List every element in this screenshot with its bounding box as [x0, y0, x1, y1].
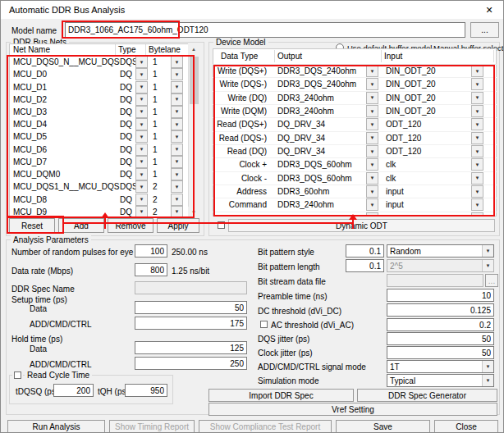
chevron-down-icon[interactable]: ▼ [366, 92, 378, 104]
net-table-row[interactable]: MCU_D3 DQ ▼ 1 ▼ [9, 106, 188, 118]
chevron-down-icon[interactable]: ▼ [471, 78, 483, 90]
chevron-down-icon[interactable]: ▼ [366, 65, 378, 77]
dc-threshold-input[interactable] [387, 303, 494, 317]
read-cycle-time-label[interactable]: Read Cycle Time [25, 371, 92, 380]
tdqsq-input[interactable] [53, 384, 94, 397]
chevron-down-icon[interactable]: ▼ [135, 68, 148, 80]
net-table-row[interactable]: MCU_D6 DQ ▼ 1 ▼ [9, 144, 188, 156]
chevron-down-icon[interactable]: ▼ [135, 194, 148, 206]
dynamic-odt-bar[interactable]: Dynamic ODT [228, 219, 495, 232]
chevron-down-icon[interactable]: ▼ [471, 65, 483, 77]
chevron-down-icon[interactable]: ▼ [171, 106, 183, 118]
chevron-down-icon[interactable]: ▼ [471, 158, 483, 171]
device-table-row[interactable]: Write (DQS-) DDR3_DQS_240ohm ▼ DIN_ODT_2… [213, 78, 497, 91]
bit-pattern-length-input[interactable] [346, 259, 384, 272]
pulses-input[interactable] [135, 244, 167, 258]
device-table-row[interactable]: Write (DQ) DDR3_240ohm ▼ DIN_ODT_20 ▼ [213, 92, 497, 105]
device-table-row[interactable]: Clock + DDR3_DQS_60ohm ▼ clk ▼ [213, 158, 497, 171]
dqs-jitter-input[interactable] [387, 332, 494, 345]
chevron-down-icon[interactable]: ▼ [366, 158, 378, 171]
net-table-row[interactable]: MCU_D8 DQ ▼ 2 ▼ [9, 193, 188, 205]
chevron-down-icon[interactable]: ▼ [471, 92, 483, 104]
add-button[interactable]: Add [58, 218, 104, 233]
device-table-row[interactable]: Write (DQS+) DDR3_DQS_240ohm ▼ DIN_ODT_2… [213, 65, 497, 78]
chevron-down-icon[interactable]: ▼ [171, 156, 183, 168]
device-table-row[interactable]: Read (DQS+) DQ_DRV_34 ▼ ODT_120 ▼ [213, 118, 497, 131]
net-table-row[interactable]: MCU_D0 DQ ▼ 1 ▼ [9, 68, 188, 80]
chevron-down-icon[interactable]: ▼ [135, 206, 148, 218]
device-table-row[interactable]: Command DDR3_240ohm ▼ input ▼ [213, 198, 497, 212]
chevron-down-icon[interactable]: ▼ [366, 78, 378, 90]
hold-data-input[interactable] [135, 341, 247, 354]
chevron-down-icon[interactable]: ▼ [171, 130, 183, 143]
bit-pattern-style-select[interactable]: Random ▼ [387, 244, 494, 258]
device-table-row[interactable]: Address DDR3_60ohm ▼ input ▼ [213, 185, 497, 198]
device-table-row[interactable]: Clock - DDR3_DQS_60ohm ▼ clk ▼ [213, 172, 497, 185]
chevron-down-icon[interactable]: ▼ [471, 105, 483, 117]
chevron-down-icon[interactable]: ▼ [135, 56, 148, 68]
scroll-down-icon[interactable]: ▼ [188, 207, 199, 218]
chevron-down-icon[interactable]: ▼ [171, 144, 183, 156]
device-table-row[interactable]: Control DDR3_240ohm ▼ input ▼ [213, 212, 497, 216]
chevron-down-icon[interactable]: ▼ [471, 132, 483, 144]
setup-data-input[interactable] [135, 301, 247, 314]
net-table-row[interactable]: MCU_D1 DQ ▼ 1 ▼ [9, 80, 188, 93]
ddr-spec-generator-button[interactable]: DDR Spec Generator [357, 389, 497, 402]
ac-threshold-checkbox[interactable] [260, 321, 268, 328]
chevron-down-icon[interactable]: ▼ [135, 93, 148, 106]
chevron-down-icon[interactable]: ▼ [471, 212, 483, 216]
chevron-down-icon[interactable]: ▼ [482, 375, 493, 386]
chevron-down-icon[interactable]: ▼ [135, 130, 148, 143]
chevron-down-icon[interactable]: ▼ [171, 194, 183, 206]
preamble-input[interactable] [387, 289, 494, 302]
net-table-row[interactable]: MCU_D9 DQ ▼ 2 ▼ [9, 206, 188, 218]
chevron-down-icon[interactable]: ▼ [366, 145, 378, 157]
chevron-down-icon[interactable]: ▼ [135, 106, 148, 118]
data-rate-input[interactable] [135, 263, 167, 276]
chevron-down-icon[interactable]: ▼ [171, 68, 183, 80]
chevron-down-icon[interactable]: ▼ [135, 118, 148, 130]
chevron-down-icon[interactable]: ▼ [135, 81, 148, 93]
chevron-down-icon[interactable]: ▼ [135, 156, 148, 168]
chevron-down-icon[interactable]: ▼ [171, 168, 183, 180]
device-table-row[interactable]: Write (DQM) DDR3_240ohm ▼ DIN_ODT_20 ▼ [213, 105, 497, 118]
setup-acc-input[interactable] [135, 317, 247, 330]
chevron-down-icon[interactable]: ▼ [171, 180, 183, 193]
vref-setting-button[interactable]: Vref Setting [208, 403, 497, 416]
hold-acc-input[interactable] [135, 357, 247, 370]
signal-mode-select[interactable]: 1T ▼ [387, 360, 494, 373]
ac-threshold-input[interactable] [387, 318, 494, 331]
clock-jitter-input[interactable] [387, 346, 494, 359]
chevron-down-icon[interactable]: ▼ [366, 198, 378, 211]
scroll-up-icon[interactable]: ▲ [188, 43, 199, 55]
net-table-row[interactable]: MCU_DQM0 DQ ▼ 1 ▼ [9, 168, 188, 180]
close-icon[interactable]: ✕ [477, 1, 502, 19]
chevron-down-icon[interactable]: ▼ [366, 172, 378, 185]
net-table-row[interactable]: MCU_DQS1_N__MCU_DQS1_P DQS ▼ 2 ▼ [9, 180, 188, 193]
chevron-down-icon[interactable]: ▼ [482, 361, 493, 372]
net-table-row[interactable]: MCU_D2 DQ ▼ 1 ▼ [9, 93, 188, 106]
reset-button[interactable]: Reset [9, 218, 55, 233]
chevron-down-icon[interactable]: ▼ [171, 118, 183, 130]
dynamic-odt-checkbox[interactable] [218, 221, 225, 229]
run-analysis-button[interactable]: Run Analysis [7, 420, 105, 433]
close-button[interactable]: Close [434, 420, 498, 433]
chevron-down-icon[interactable]: ▼ [471, 145, 483, 157]
chevron-down-icon[interactable]: ▼ [366, 105, 378, 117]
chevron-down-icon[interactable]: ▼ [171, 93, 183, 106]
net-table-row[interactable]: MCU_D5 DQ ▼ 1 ▼ [9, 130, 188, 143]
chevron-down-icon[interactable]: ▼ [135, 168, 148, 180]
bit-pattern-style-input[interactable] [346, 244, 384, 258]
chevron-down-icon[interactable]: ▼ [471, 172, 483, 185]
chevron-down-icon[interactable]: ▼ [171, 81, 183, 93]
chevron-down-icon[interactable]: ▼ [171, 56, 183, 68]
chevron-down-icon[interactable]: ▼ [366, 132, 378, 144]
chevron-down-icon[interactable]: ▼ [135, 144, 148, 156]
chevron-down-icon[interactable]: ▼ [471, 185, 483, 198]
model-name-input[interactable] [65, 22, 465, 38]
model-browse-button[interactable]: ... [470, 22, 499, 38]
net-table-row[interactable]: MCU_D4 DQ ▼ 1 ▼ [9, 118, 188, 130]
simulation-mode-select[interactable]: Typical ▼ [387, 374, 494, 387]
chevron-down-icon[interactable]: ▼ [366, 118, 378, 130]
remove-button[interactable]: Remove [108, 218, 153, 233]
